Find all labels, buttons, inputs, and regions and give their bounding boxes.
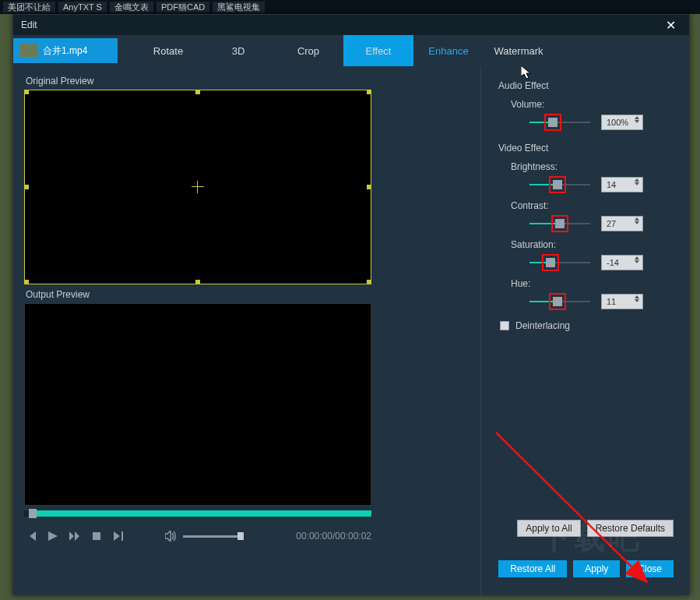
bg-tab: 美团不让給 <box>3 2 55 12</box>
audio-effect-heading: Audio Effect <box>498 80 669 91</box>
volume-slider[interactable] <box>183 535 244 538</box>
footer-primary: Restore All Apply Close <box>498 560 674 577</box>
time-display: 00:00:00/00:00:02 <box>296 531 371 542</box>
saturation-slider[interactable] <box>529 256 590 269</box>
close-icon[interactable]: ✕ <box>655 15 686 35</box>
volume-icon[interactable] <box>164 529 178 543</box>
bg-tab: 黑鲨电視集 <box>213 2 265 12</box>
edit-dialog: Edit ✕ 合并1.mp4 Rotate 3D Crop Effect Enh… <box>12 14 690 595</box>
saturation-value[interactable]: -14 <box>601 255 643 270</box>
content-area: Original Preview Output Preview <box>13 66 689 595</box>
playback-controls: 00:00:00/00:00:02 <box>24 529 371 543</box>
hue-value[interactable]: 11 <box>601 294 643 309</box>
contrast-slider[interactable] <box>529 217 590 230</box>
deinterlacing-checkbox[interactable]: Deinterlacing <box>500 320 669 331</box>
tab-rotate[interactable]: Rotate <box>133 35 203 66</box>
contrast-value[interactable]: 27 <box>601 216 643 231</box>
video-effect-heading: Video Effect <box>498 143 669 154</box>
tab-3d[interactable]: 3D <box>203 35 273 66</box>
hue-slider[interactable] <box>529 295 590 308</box>
brightness-label: Brightness: <box>511 161 669 172</box>
volume-slider-effect[interactable] <box>529 116 590 129</box>
file-thumbnail <box>19 44 38 58</box>
right-pane: Audio Effect Volume: 100% Video Effect <box>480 66 689 595</box>
restore-all-button[interactable]: Restore All <box>498 560 567 577</box>
bg-tab: 金鳴文表 <box>110 2 153 12</box>
file-name: 合并1.mp4 <box>43 44 87 58</box>
restore-defaults-button[interactable]: Restore Defaults <box>587 520 674 537</box>
crosshair-icon <box>192 181 204 193</box>
tab-watermark[interactable]: Watermark <box>484 35 554 66</box>
hue-label: Hue: <box>511 278 669 289</box>
play-icon[interactable] <box>46 529 60 543</box>
titlebar: Edit ✕ <box>13 15 689 35</box>
output-preview-label: Output Preview <box>26 289 480 300</box>
left-pane: Original Preview Output Preview <box>13 66 480 595</box>
tab-crop[interactable]: Crop <box>273 35 343 66</box>
prev-icon[interactable] <box>24 529 38 543</box>
output-preview <box>24 303 371 506</box>
apply-button[interactable]: Apply <box>573 560 620 577</box>
apply-to-all-button[interactable]: Apply to All <box>517 520 580 537</box>
window-title: Edit <box>21 19 37 30</box>
deinterlacing-label: Deinterlacing <box>515 320 570 331</box>
brightness-value[interactable]: 14 <box>601 177 643 192</box>
fwd-icon[interactable] <box>68 529 82 543</box>
next-icon[interactable] <box>111 529 125 543</box>
close-button[interactable]: Close <box>626 560 674 577</box>
saturation-label: Saturation: <box>511 239 669 250</box>
volume-label: Volume: <box>511 99 669 110</box>
top-row: 合并1.mp4 Rotate 3D Crop Effect Enhance Wa… <box>13 35 689 66</box>
tab-effect[interactable]: Effect <box>343 35 413 66</box>
tab-enhance[interactable]: Enhance <box>413 35 484 66</box>
background-browser-tabs: 美团不让給 AnyTXT S 金鳴文表 PDF猫CAD 黑鲨电視集 <box>0 0 700 14</box>
brightness-slider[interactable] <box>529 178 590 191</box>
footer-secondary: Apply to All Restore Defaults <box>517 520 674 537</box>
edit-tabs: Rotate 3D Crop Effect Enhance Watermark <box>133 35 554 66</box>
bg-tab: AnyTXT S <box>58 2 107 12</box>
original-preview[interactable] <box>24 90 371 284</box>
stop-icon[interactable] <box>90 529 104 543</box>
file-chip[interactable]: 合并1.mp4 <box>13 38 118 63</box>
contrast-label: Contrast: <box>511 200 669 211</box>
original-preview-label: Original Preview <box>26 76 480 86</box>
svg-rect-0 <box>93 532 100 540</box>
bg-tab: PDF猫CAD <box>157 2 209 12</box>
seek-bar[interactable] <box>24 510 371 517</box>
volume-value[interactable]: 100% <box>601 115 643 130</box>
